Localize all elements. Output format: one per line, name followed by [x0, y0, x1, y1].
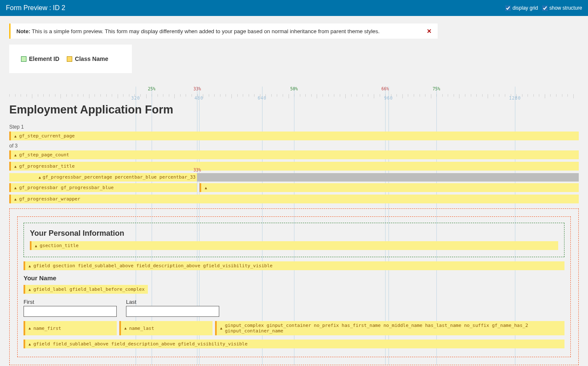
legend-element-id: Element ID	[21, 55, 59, 62]
class-tag-step-count: ▲gf_step_page_count	[9, 150, 579, 159]
close-icon[interactable]: ✕	[427, 28, 432, 34]
checkbox-display-grid[interactable]	[505, 5, 511, 11]
preview-canvas: 25%33%50%66%75% 3204806409601280 Employm…	[9, 87, 579, 365]
legend-box: Element ID Class Name	[9, 45, 132, 73]
class-tag-name-first: ▲name_first	[24, 321, 117, 335]
legend-element-id-label: Element ID	[29, 55, 59, 62]
class-tag-name-last: ▲name_last	[119, 321, 213, 335]
name-row: First Last	[24, 299, 564, 317]
notice-text: Note: This is a simple form preview. Thi…	[16, 28, 380, 34]
pct-33-label: 33%	[193, 168, 201, 172]
sublabel-last: Last	[126, 299, 219, 305]
ruler: 25%33%50%66%75% 3204806409601280	[9, 87, 579, 101]
field-label-your-name: Your Name	[24, 274, 564, 282]
class-tag-progressbar: ▲gf_progressbar gf_progressbar_blue	[9, 183, 197, 192]
class-tag-progressbar-pct: ▲gf_progressbar_percentage percentbar_bl…	[39, 174, 196, 180]
class-tag-progressbar-empty: ▲	[200, 183, 579, 192]
name-tags-row: ▲name_first ▲name_last ▲ginput_complex g…	[24, 321, 564, 335]
class-tag-step-current: ▲gf_step_current_page	[9, 132, 579, 140]
field-your-name: Your Name ▲gfield_label gfield_label_bef…	[24, 274, 564, 348]
form-area: Employment Application Form Step 1 ▲gf_s…	[9, 101, 579, 365]
form-body-inner: Your Personal Information ▲gsection_titl…	[17, 216, 571, 357]
swatch-green-icon	[21, 56, 26, 62]
legend-class-name: Class Name	[67, 55, 108, 62]
name-col-first: First	[24, 299, 117, 317]
swatch-yellow-icon	[67, 56, 72, 62]
form-title: Employment Application Form	[9, 101, 579, 124]
label-show-structure: show structure	[549, 5, 582, 11]
checkbox-show-structure[interactable]	[542, 5, 548, 11]
notice-bar: Note: This is a simple form preview. Thi…	[9, 24, 438, 39]
step-label: Step 1	[9, 124, 579, 130]
progressbar: ▲gf_progressbar_percentage percentbar_bl…	[9, 173, 579, 182]
sublabel-first: First	[24, 299, 117, 305]
form-body-outer: Your Personal Information ▲gsection_titl…	[9, 208, 579, 365]
app-header: Form Preview : ID 2 display grid show st…	[0, 0, 588, 16]
notice-prefix: Note:	[16, 28, 30, 34]
legend-class-name-label: Class Name	[75, 55, 108, 62]
first-name-input[interactable]	[24, 306, 117, 317]
page-title: Form Preview : ID 2	[6, 4, 65, 12]
class-tag-progressbar-title: ▲gf_progressbar_title	[9, 162, 579, 171]
step-of: of 3	[9, 143, 579, 149]
toggle-display-grid[interactable]: display grid	[505, 5, 538, 11]
class-tag-ginput-complex: ▲ginput_complex ginput_container no_pref…	[215, 321, 564, 335]
section-personal-info: Your Personal Information ▲gsection_titl…	[24, 223, 564, 257]
toggle-show-structure[interactable]: show structure	[542, 5, 582, 11]
section-title: Your Personal Information	[30, 229, 558, 238]
name-col-last: Last	[126, 299, 219, 317]
class-tag-progressbar-wrapper: ▲gf_progressbar_wrapper	[9, 195, 579, 203]
class-tag-gsection-field: ▲gfield gsection field_sublabel_above fi…	[24, 261, 564, 270]
class-tag-name-label: ▲gfield_label gfield_label_before_comple…	[24, 285, 148, 294]
class-tag-gsection-title: ▲gsection_title	[30, 241, 558, 250]
class-tag-gfield-name: ▲gfield field_sublabel_above field_descr…	[24, 340, 564, 348]
notice-body: This is a simple form preview. This form…	[32, 28, 380, 34]
last-name-input[interactable]	[126, 306, 219, 317]
header-options: display grid show structure	[505, 5, 582, 11]
label-display-grid: display grid	[512, 5, 538, 11]
